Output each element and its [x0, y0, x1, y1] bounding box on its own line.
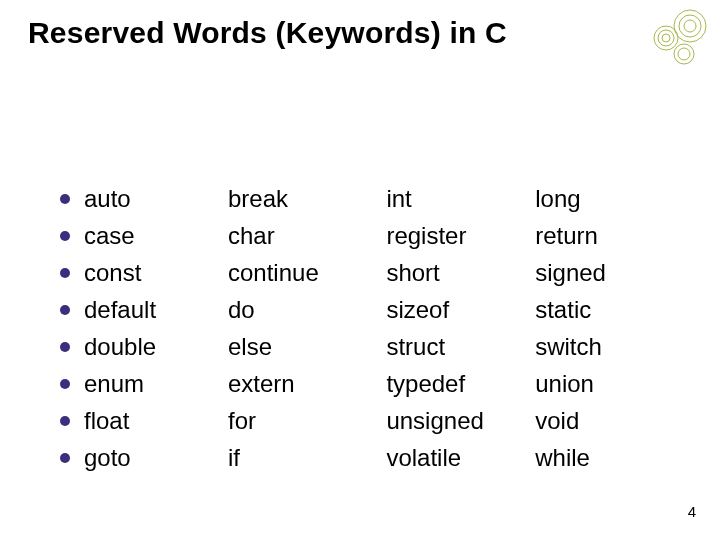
keyword: struct — [386, 328, 445, 365]
keyword: unsigned — [386, 402, 483, 439]
keyword: char — [228, 217, 275, 254]
keyword: signed — [535, 254, 606, 291]
keyword: static — [535, 291, 591, 328]
keyword: while — [535, 439, 590, 476]
keyword: short — [386, 254, 439, 291]
list-item: signed — [535, 254, 660, 291]
keyword: long — [535, 180, 580, 217]
bullet-icon — [60, 416, 70, 426]
keyword: goto — [84, 439, 131, 476]
keyword: int — [386, 180, 411, 217]
keyword: const — [84, 254, 141, 291]
column-2: break char continue do else extern for i… — [228, 180, 386, 476]
keyword: switch — [535, 328, 602, 365]
svg-point-4 — [658, 30, 674, 46]
column-3: int register short sizeof struct typedef… — [386, 180, 535, 476]
keyword: case — [84, 217, 135, 254]
list-item: double — [60, 328, 228, 365]
list-item: break — [228, 180, 386, 217]
keyword: default — [84, 291, 156, 328]
svg-point-7 — [678, 48, 690, 60]
svg-point-6 — [674, 44, 694, 64]
bullet-icon — [60, 305, 70, 315]
bullet-icon — [60, 194, 70, 204]
list-item: typedef — [386, 365, 535, 402]
list-item: float — [60, 402, 228, 439]
list-item: enum — [60, 365, 228, 402]
list-item: short — [386, 254, 535, 291]
list-item: struct — [386, 328, 535, 365]
bullet-icon — [60, 231, 70, 241]
bullet-icon — [60, 379, 70, 389]
keyword: typedef — [386, 365, 465, 402]
list-item: return — [535, 217, 660, 254]
column-4: long return signed static switch union v… — [535, 180, 660, 476]
svg-point-5 — [662, 34, 670, 42]
list-item: union — [535, 365, 660, 402]
svg-point-2 — [684, 20, 696, 32]
list-item: do — [228, 291, 386, 328]
keyword-columns: auto case const default double enum floa… — [60, 180, 660, 476]
corner-decoration-icon — [644, 8, 708, 72]
slide: Reserved Words (Keywords) in C auto case… — [0, 0, 720, 540]
list-item: if — [228, 439, 386, 476]
list-item: default — [60, 291, 228, 328]
keyword: enum — [84, 365, 144, 402]
list-item: while — [535, 439, 660, 476]
bullet-icon — [60, 342, 70, 352]
list-item: void — [535, 402, 660, 439]
list-item: int — [386, 180, 535, 217]
page-number: 4 — [688, 503, 696, 520]
keyword: break — [228, 180, 288, 217]
list-item: sizeof — [386, 291, 535, 328]
list-item: unsigned — [386, 402, 535, 439]
keyword: continue — [228, 254, 319, 291]
keyword: double — [84, 328, 156, 365]
keyword: union — [535, 365, 594, 402]
list-item: goto — [60, 439, 228, 476]
list-item: auto — [60, 180, 228, 217]
list-item: static — [535, 291, 660, 328]
list-item: switch — [535, 328, 660, 365]
keyword: else — [228, 328, 272, 365]
keyword: auto — [84, 180, 131, 217]
keyword: void — [535, 402, 579, 439]
column-1: auto case const default double enum floa… — [60, 180, 228, 476]
list-item: const — [60, 254, 228, 291]
keyword: do — [228, 291, 255, 328]
list-item: extern — [228, 365, 386, 402]
keyword: register — [386, 217, 466, 254]
list-item: long — [535, 180, 660, 217]
list-item: case — [60, 217, 228, 254]
list-item: continue — [228, 254, 386, 291]
list-item: else — [228, 328, 386, 365]
keyword: sizeof — [386, 291, 449, 328]
list-item: volatile — [386, 439, 535, 476]
svg-point-1 — [679, 15, 701, 37]
keyword: float — [84, 402, 129, 439]
page-title: Reserved Words (Keywords) in C — [28, 16, 507, 50]
keyword: extern — [228, 365, 295, 402]
list-item: char — [228, 217, 386, 254]
keyword: if — [228, 439, 240, 476]
keyword: return — [535, 217, 598, 254]
list-item: for — [228, 402, 386, 439]
keyword: for — [228, 402, 256, 439]
list-item: register — [386, 217, 535, 254]
bullet-icon — [60, 453, 70, 463]
bullet-icon — [60, 268, 70, 278]
keyword: volatile — [386, 439, 461, 476]
